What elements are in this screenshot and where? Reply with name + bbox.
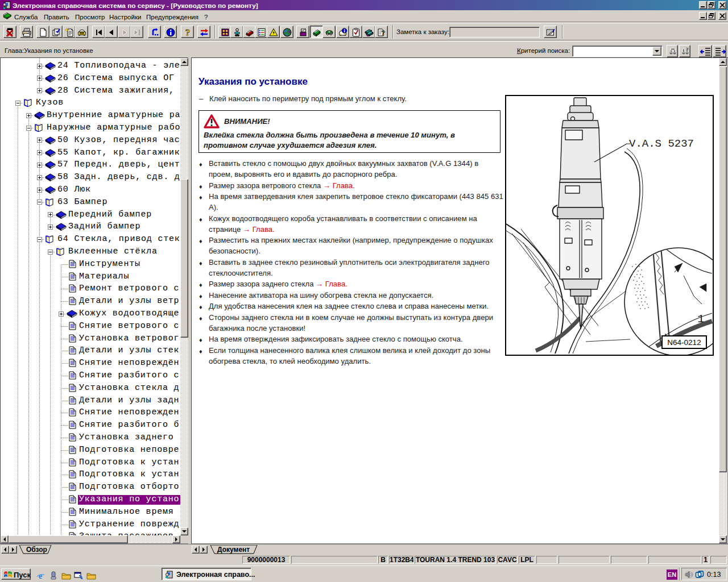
- svg-text:?: ?: [185, 28, 191, 37]
- svg-text:V.A.S 5237: V.A.S 5237: [629, 138, 694, 150]
- svg-text:1: 1: [697, 313, 705, 326]
- svg-text:?: ?: [382, 28, 386, 37]
- svg-text:e: e: [39, 571, 43, 580]
- svg-text:N64-0212: N64-0212: [667, 338, 701, 347]
